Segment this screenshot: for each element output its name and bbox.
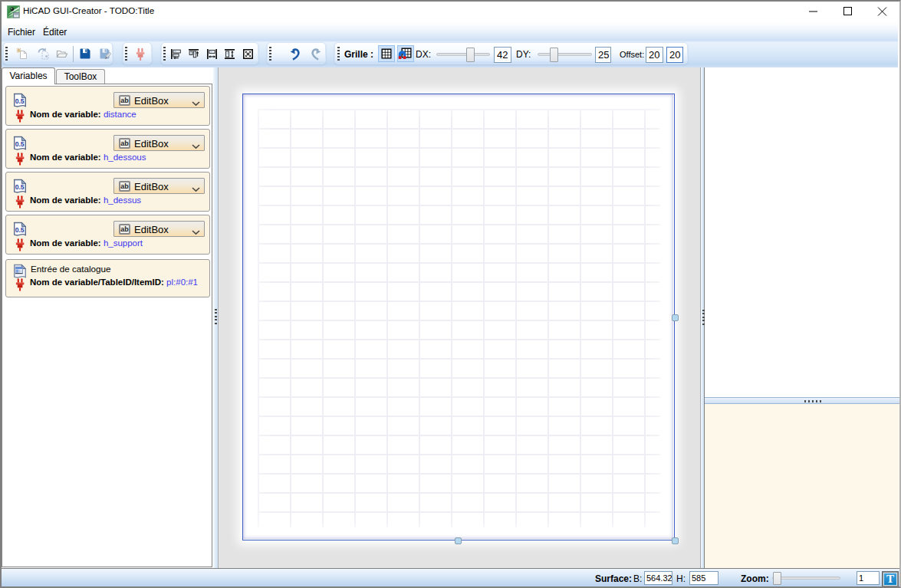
svg-text:0.5: 0.5 bbox=[15, 97, 25, 105]
svg-text:0.5: 0.5 bbox=[15, 226, 25, 234]
svg-text:0.5: 0.5 bbox=[15, 183, 25, 191]
svg-text:0.5: 0.5 bbox=[15, 140, 25, 148]
